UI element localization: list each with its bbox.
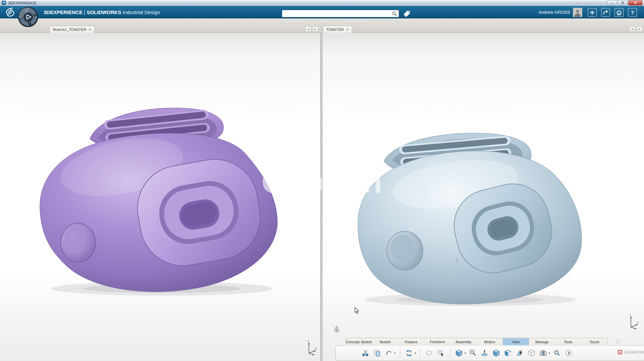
help-button[interactable]: ? xyxy=(628,8,637,17)
more-commands-icon[interactable] xyxy=(564,348,574,358)
app-icon xyxy=(2,1,6,5)
capture-icon[interactable] xyxy=(538,348,548,358)
tab-scroll-left-icon[interactable]: ◀ xyxy=(629,26,635,32)
tab-scroll-left-icon[interactable]: ◀ xyxy=(305,26,311,32)
copy-icon[interactable] xyxy=(372,348,382,358)
brand-experience: EXPERIENCE xyxy=(50,9,83,15)
svg-text:y: y xyxy=(637,321,639,323)
section-view-icon[interactable] xyxy=(503,348,513,358)
tab-scroll-right-icon[interactable]: ▶ xyxy=(636,26,642,32)
brand-3d: 3D xyxy=(44,9,50,15)
ribbon-tab-feature[interactable]: Feature xyxy=(398,338,424,345)
select-icon[interactable] xyxy=(436,348,446,358)
axis-triad-icon: z y xyxy=(306,339,317,356)
document-tab-strip xyxy=(0,18,644,33)
home-button[interactable] xyxy=(614,8,624,17)
blue-toaster-model[interactable] xyxy=(355,131,586,307)
video-watermark-badge: SLOMOTION xyxy=(618,350,644,354)
mouse-cursor xyxy=(354,307,360,314)
vertex-marker-icon xyxy=(455,258,459,262)
zoom-area-icon[interactable] xyxy=(468,348,478,358)
window-title: 3DEXPERIENCE xyxy=(8,0,37,6)
watermark-badge-text: SLOMOTION xyxy=(624,350,644,354)
update-icon[interactable] xyxy=(404,348,414,358)
window-titlebar: 3DEXPERIENCE xyxy=(0,0,644,6)
view-modes-icon[interactable] xyxy=(454,348,464,358)
undo-dropdown-icon[interactable]: ▾ xyxy=(394,352,396,355)
ribbon-toolbar: ▾▾▾▾ xyxy=(335,345,644,361)
undo-icon[interactable] xyxy=(384,348,394,358)
robot-compass-icon[interactable] xyxy=(331,322,341,335)
vertex-marker-icon xyxy=(161,265,165,269)
share-button[interactable] xyxy=(601,8,610,17)
pane-divider[interactable] xyxy=(320,33,323,361)
ribbon-tab-view[interactable]: View xyxy=(503,338,529,345)
toolbar-separator xyxy=(400,348,400,359)
brand-app-name: Industrial Design xyxy=(121,9,160,15)
toolbar-separator xyxy=(450,348,450,359)
tab-toaster[interactable]: TOASTER × xyxy=(323,26,352,33)
svg-text:?: ? xyxy=(631,10,634,15)
watermark-logo-icon xyxy=(618,350,622,354)
axis-triad-icon: z y xyxy=(628,313,639,330)
shaded-with-edges-icon[interactable] xyxy=(491,348,501,358)
compass-widget[interactable] xyxy=(17,6,39,27)
header-action-buttons: ? xyxy=(588,8,637,17)
tag-icon xyxy=(403,10,411,18)
svg-text:z: z xyxy=(630,314,631,316)
ribbon-tab-assembly[interactable]: Assembly xyxy=(450,338,477,345)
tab-toaster-label: TOASTER xyxy=(326,27,344,32)
favorites-heart-icon[interactable] xyxy=(614,338,622,345)
normal-to-icon[interactable] xyxy=(480,348,489,358)
vertex-marker-icon xyxy=(223,252,226,256)
search-icon[interactable] xyxy=(391,10,397,17)
svg-text:z: z xyxy=(308,340,309,342)
ribbon-tab-freeform[interactable]: Freeform xyxy=(424,338,450,345)
ribbon-tab-row: Concept SketchSketchFeatureFreeformAssem… xyxy=(345,338,608,346)
tab-branch1-toaster[interactable]: Branch1_TOASTER × xyxy=(50,26,95,33)
close-button[interactable] xyxy=(628,0,642,5)
hidden-edges-icon[interactable] xyxy=(527,348,536,358)
tab-scroll-right-icon[interactable]: ▶ xyxy=(312,26,318,32)
minimize-button[interactable] xyxy=(607,0,617,5)
purple-toaster-model[interactable] xyxy=(38,105,279,296)
window-controls xyxy=(607,0,642,5)
left-pane-tab-scroll: ◀ ▶ xyxy=(305,26,318,32)
pane-expand-chevron[interactable]: › xyxy=(317,180,325,188)
capture-dropdown-icon[interactable]: ▾ xyxy=(549,352,550,355)
global-search xyxy=(282,10,399,17)
ribbon-tab-tools[interactable]: Tools xyxy=(555,338,581,345)
apply-scene-icon[interactable] xyxy=(515,348,525,358)
svg-text:y: y xyxy=(315,347,317,350)
dassault-3ds-logo-icon xyxy=(3,7,17,18)
brand-solidworks: SOLIDWORKS xyxy=(87,9,121,15)
ribbon-tab-concept-sketch[interactable]: Concept Sketch xyxy=(346,338,372,345)
ribbon-tab-sketch[interactable]: Sketch xyxy=(372,338,398,345)
ribbon-tab-manage[interactable]: Manage xyxy=(529,338,555,345)
tab-close-icon[interactable]: × xyxy=(89,28,91,32)
user-avatar[interactable] xyxy=(573,8,582,17)
search-input[interactable] xyxy=(282,10,399,17)
toolbar-separator xyxy=(420,348,420,359)
lasso-select-icon[interactable] xyxy=(424,348,434,358)
add-content-button[interactable] xyxy=(588,8,597,17)
right-pane-tab-scroll: ◀ ▶ xyxy=(629,26,642,32)
app-brand-title: 3DEXPERIENCE | SOLIDWORKS Industrial Des… xyxy=(44,6,160,18)
tab-close-icon[interactable]: × xyxy=(346,28,349,32)
ribbon-tab-touch[interactable]: Touch xyxy=(581,338,607,345)
magnifier-icon[interactable] xyxy=(552,348,562,358)
cut-icon[interactable] xyxy=(361,348,370,358)
tag-button[interactable] xyxy=(402,9,411,18)
user-name[interactable]: Andrew GROSS xyxy=(527,6,570,18)
maximize-button[interactable] xyxy=(618,0,628,5)
ribbon-tab-motion[interactable]: Motion xyxy=(477,338,503,345)
update-dropdown-icon[interactable]: ▾ xyxy=(415,352,416,355)
view-modes-dropdown-icon[interactable]: ▾ xyxy=(465,352,466,355)
brand-separator: | xyxy=(83,9,87,15)
tab-branch1-toaster-label: Branch1_TOASTER xyxy=(53,27,86,32)
